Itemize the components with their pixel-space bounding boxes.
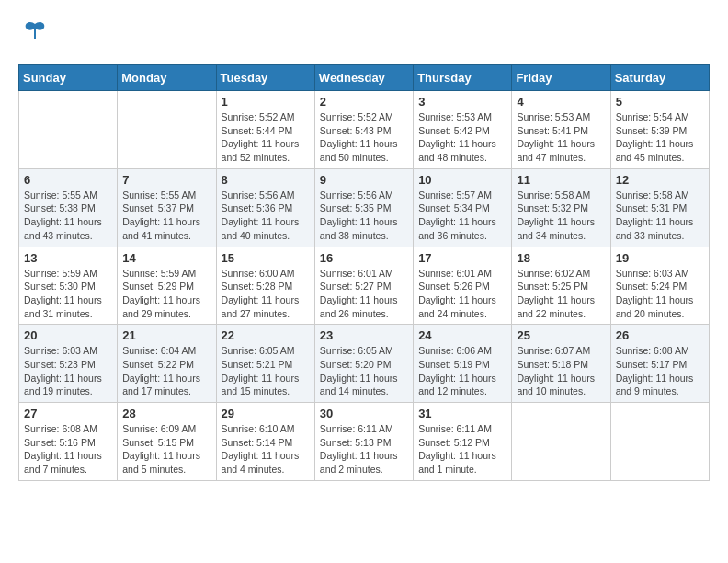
- calendar-cell: 26Sunrise: 6:08 AM Sunset: 5:17 PM Dayli…: [610, 325, 709, 403]
- calendar-cell: 10Sunrise: 5:57 AM Sunset: 5:34 PM Dayli…: [414, 168, 512, 247]
- day-info: Sunrise: 6:08 AM Sunset: 5:16 PM Dayligh…: [24, 422, 112, 477]
- calendar-cell: 20Sunrise: 6:03 AM Sunset: 5:23 PM Dayli…: [19, 325, 118, 403]
- day-number: 13: [24, 251, 112, 265]
- day-number: 27: [24, 407, 112, 420]
- day-info: Sunrise: 6:01 AM Sunset: 5:26 PM Dayligh…: [418, 267, 506, 321]
- calendar-cell: 14Sunrise: 5:59 AM Sunset: 5:29 PM Dayli…: [118, 247, 216, 325]
- calendar-cell: 3Sunrise: 5:53 AM Sunset: 5:42 PM Daylig…: [414, 91, 512, 169]
- calendar-header-row: SundayMondayTuesdayWednesdayThursdayFrid…: [19, 65, 710, 91]
- day-info: Sunrise: 5:58 AM Sunset: 5:31 PM Dayligh…: [616, 189, 704, 243]
- day-info: Sunrise: 6:11 AM Sunset: 5:13 PM Dayligh…: [320, 422, 408, 477]
- day-info: Sunrise: 6:10 AM Sunset: 5:14 PM Dayligh…: [222, 422, 310, 477]
- day-number: 1: [222, 95, 310, 109]
- header-tuesday: Tuesday: [216, 65, 314, 91]
- calendar-cell: 19Sunrise: 6:03 AM Sunset: 5:24 PM Dayli…: [610, 247, 709, 325]
- day-number: 3: [418, 95, 506, 109]
- calendar-cell: 9Sunrise: 5:56 AM Sunset: 5:35 PM Daylig…: [314, 168, 413, 247]
- day-info: Sunrise: 5:55 AM Sunset: 5:38 PM Dayligh…: [24, 189, 112, 243]
- day-number: 8: [222, 173, 310, 187]
- day-info: Sunrise: 6:01 AM Sunset: 5:27 PM Dayligh…: [320, 267, 408, 321]
- day-info: Sunrise: 6:00 AM Sunset: 5:28 PM Dayligh…: [222, 267, 310, 321]
- day-number: 5: [616, 95, 704, 109]
- calendar-cell: [19, 91, 118, 169]
- day-info: Sunrise: 6:06 AM Sunset: 5:19 PM Dayligh…: [418, 344, 506, 398]
- calendar-cell: 23Sunrise: 6:05 AM Sunset: 5:20 PM Dayli…: [314, 325, 413, 403]
- day-info: Sunrise: 5:59 AM Sunset: 5:29 PM Dayligh…: [122, 267, 210, 321]
- header-thursday: Thursday: [414, 65, 512, 91]
- calendar-cell: [118, 91, 216, 169]
- day-number: 19: [616, 251, 704, 265]
- calendar-cell: 4Sunrise: 5:53 AM Sunset: 5:41 PM Daylig…: [512, 91, 610, 169]
- logo-bird-icon: [22, 18, 48, 50]
- calendar-table: SundayMondayTuesdayWednesdayThursdayFrid…: [18, 64, 710, 481]
- day-info: Sunrise: 5:56 AM Sunset: 5:35 PM Dayligh…: [320, 189, 408, 243]
- day-number: 4: [517, 95, 605, 109]
- day-info: Sunrise: 5:52 AM Sunset: 5:43 PM Dayligh…: [320, 110, 408, 165]
- day-number: 15: [222, 251, 310, 265]
- calendar-cell: 29Sunrise: 6:10 AM Sunset: 5:14 PM Dayli…: [216, 403, 314, 481]
- header-monday: Monday: [118, 65, 216, 91]
- day-number: 24: [418, 328, 506, 342]
- day-info: Sunrise: 5:53 AM Sunset: 5:42 PM Dayligh…: [418, 110, 506, 165]
- calendar-cell: 15Sunrise: 6:00 AM Sunset: 5:28 PM Dayli…: [216, 247, 314, 325]
- calendar-cell: 16Sunrise: 6:01 AM Sunset: 5:27 PM Dayli…: [314, 247, 413, 325]
- day-number: 25: [517, 328, 605, 342]
- calendar-cell: 25Sunrise: 6:07 AM Sunset: 5:18 PM Dayli…: [512, 325, 610, 403]
- day-number: 21: [122, 328, 210, 342]
- day-number: 9: [320, 173, 408, 187]
- calendar-cell: 22Sunrise: 6:05 AM Sunset: 5:21 PM Dayli…: [216, 325, 314, 403]
- calendar-cell: 17Sunrise: 6:01 AM Sunset: 5:26 PM Dayli…: [414, 247, 512, 325]
- day-number: 22: [222, 328, 310, 342]
- calendar-cell: 2Sunrise: 5:52 AM Sunset: 5:43 PM Daylig…: [314, 91, 413, 169]
- day-info: Sunrise: 6:09 AM Sunset: 5:15 PM Dayligh…: [122, 422, 210, 477]
- calendar-cell: 13Sunrise: 5:59 AM Sunset: 5:30 PM Dayli…: [19, 247, 118, 325]
- day-number: 31: [418, 407, 506, 420]
- calendar-cell: 1Sunrise: 5:52 AM Sunset: 5:44 PM Daylig…: [216, 91, 314, 169]
- day-info: Sunrise: 5:52 AM Sunset: 5:44 PM Dayligh…: [222, 110, 310, 165]
- day-info: Sunrise: 6:05 AM Sunset: 5:20 PM Dayligh…: [320, 344, 408, 398]
- calendar-cell: 5Sunrise: 5:54 AM Sunset: 5:39 PM Daylig…: [610, 91, 709, 169]
- day-info: Sunrise: 5:58 AM Sunset: 5:32 PM Dayligh…: [517, 189, 605, 243]
- calendar-cell: 27Sunrise: 6:08 AM Sunset: 5:16 PM Dayli…: [19, 403, 118, 481]
- day-number: 10: [418, 173, 506, 187]
- calendar-week-4: 20Sunrise: 6:03 AM Sunset: 5:23 PM Dayli…: [19, 325, 710, 403]
- day-number: 14: [122, 251, 210, 265]
- page-header: [18, 18, 710, 50]
- calendar-cell: 18Sunrise: 6:02 AM Sunset: 5:25 PM Dayli…: [512, 247, 610, 325]
- header-sunday: Sunday: [19, 65, 118, 91]
- day-number: 12: [616, 173, 704, 187]
- day-number: 16: [320, 251, 408, 265]
- day-number: 11: [517, 173, 605, 187]
- day-info: Sunrise: 6:04 AM Sunset: 5:22 PM Dayligh…: [122, 344, 210, 398]
- day-info: Sunrise: 6:02 AM Sunset: 5:25 PM Dayligh…: [517, 267, 605, 321]
- day-info: Sunrise: 5:55 AM Sunset: 5:37 PM Dayligh…: [122, 189, 210, 243]
- calendar-week-1: 1Sunrise: 5:52 AM Sunset: 5:44 PM Daylig…: [19, 91, 710, 169]
- day-info: Sunrise: 6:11 AM Sunset: 5:12 PM Dayligh…: [418, 422, 506, 477]
- header-friday: Friday: [512, 65, 610, 91]
- calendar-cell: 12Sunrise: 5:58 AM Sunset: 5:31 PM Dayli…: [610, 168, 709, 247]
- calendar-week-2: 6Sunrise: 5:55 AM Sunset: 5:38 PM Daylig…: [19, 168, 710, 247]
- day-number: 18: [517, 251, 605, 265]
- day-info: Sunrise: 5:53 AM Sunset: 5:41 PM Dayligh…: [517, 110, 605, 165]
- day-number: 17: [418, 251, 506, 265]
- header-wednesday: Wednesday: [314, 65, 413, 91]
- day-info: Sunrise: 6:03 AM Sunset: 5:24 PM Dayligh…: [616, 267, 704, 321]
- calendar-cell: 21Sunrise: 6:04 AM Sunset: 5:22 PM Dayli…: [118, 325, 216, 403]
- calendar-cell: 31Sunrise: 6:11 AM Sunset: 5:12 PM Dayli…: [414, 403, 512, 481]
- calendar-cell: [610, 403, 709, 481]
- day-number: 26: [616, 328, 704, 342]
- day-info: Sunrise: 5:59 AM Sunset: 5:30 PM Dayligh…: [24, 267, 112, 321]
- calendar-cell: 24Sunrise: 6:06 AM Sunset: 5:19 PM Dayli…: [414, 325, 512, 403]
- day-number: 29: [222, 407, 310, 420]
- day-info: Sunrise: 6:03 AM Sunset: 5:23 PM Dayligh…: [24, 344, 112, 398]
- calendar-cell: 28Sunrise: 6:09 AM Sunset: 5:15 PM Dayli…: [118, 403, 216, 481]
- header-saturday: Saturday: [610, 65, 709, 91]
- day-number: 2: [320, 95, 408, 109]
- day-info: Sunrise: 5:54 AM Sunset: 5:39 PM Dayligh…: [616, 110, 704, 165]
- calendar-cell: 7Sunrise: 5:55 AM Sunset: 5:37 PM Daylig…: [118, 168, 216, 247]
- day-number: 23: [320, 328, 408, 342]
- day-info: Sunrise: 6:05 AM Sunset: 5:21 PM Dayligh…: [222, 344, 310, 398]
- day-info: Sunrise: 5:57 AM Sunset: 5:34 PM Dayligh…: [418, 189, 506, 243]
- day-number: 30: [320, 407, 408, 420]
- calendar-cell: 6Sunrise: 5:55 AM Sunset: 5:38 PM Daylig…: [19, 168, 118, 247]
